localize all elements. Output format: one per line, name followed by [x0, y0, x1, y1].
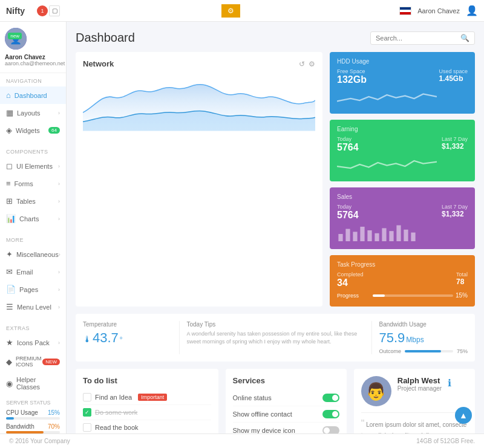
profile-role: Project manager — [397, 385, 442, 392]
svg-rect-5 — [374, 233, 379, 241]
refresh-icon[interactable]: ↺ — [299, 60, 305, 68]
service-label: Show my device icon — [233, 427, 295, 433]
task-total-label: Total — [456, 271, 468, 278]
three-col-row: To do list Find an Idea Important ✓ Do s… — [76, 369, 475, 433]
task-completed-value: 34 — [337, 278, 364, 288]
hdd-free-label: Free Space — [337, 68, 367, 74]
open-quote: " — [361, 418, 365, 429]
gear-button[interactable]: ⚙ — [221, 4, 240, 18]
svg-rect-2 — [353, 232, 357, 241]
sidebar-item-label: PREMIUM ICONS — [16, 355, 42, 368]
sidebar-item-forms[interactable]: ≡ Forms › — [0, 175, 66, 192]
earning-week-label: Last 7 Day — [442, 136, 468, 142]
todo-checkbox[interactable] — [83, 423, 91, 432]
settings-icon[interactable]: ⚙ — [309, 60, 315, 68]
services-title: Services — [233, 376, 339, 385]
cpu-progress-bar — [6, 417, 60, 420]
email-icon: ✉ — [6, 267, 13, 276]
notification-badge[interactable]: 1 — [37, 5, 48, 16]
server-status-label: Server Status — [6, 400, 60, 406]
chevron-right-icon: › — [58, 181, 60, 187]
sidebar-item-ui-elements[interactable]: ◻ UI Elements › — [0, 157, 66, 175]
dashboard-icon: ⌂ — [6, 91, 11, 100]
sidebar-item-label: Miscellaneous — [16, 251, 59, 258]
sidebar-item-misc[interactable]: ✦ Miscellaneous › — [0, 245, 66, 263]
outcome-fill — [405, 350, 441, 352]
earning-title: Earning — [337, 126, 468, 132]
sidebar-item-icons-pack[interactable]: ★ Icons Pack › — [0, 334, 66, 351]
info-icon[interactable]: ℹ — [448, 377, 451, 389]
earning-week-value: $1,332 — [442, 142, 468, 151]
outcome-percent: 75% — [457, 348, 468, 354]
hdd-values: Free Space 132Gb Used space 1.45Gb — [337, 68, 468, 85]
sidebar-item-pages[interactable]: 📄 Pages › — [0, 281, 66, 298]
chevron-right-icon: › — [58, 110, 60, 116]
page-header: Dashboard 🔍 — [76, 31, 475, 45]
nav-section-label: Navigation — [0, 73, 66, 86]
temp-value: 43.7 — [93, 330, 119, 346]
storage-info: 14GB of 512GB Free. — [416, 438, 475, 444]
network-header: Network ↺ ⚙ — [83, 59, 315, 68]
topbar: Nifty 1 ▢ ⚙ Aaron Chavez 👤 — [0, 0, 484, 22]
bandwidth-widget-label: Bandwidth Usage — [379, 321, 468, 328]
sidebar-item-label: UI Elements — [16, 163, 53, 170]
stats-column: HDD Usage Free Space 132Gb Used space 1.… — [330, 52, 475, 307]
sidebar-item-email[interactable]: ✉ Email › — [0, 263, 66, 281]
misc-icon: ✦ — [6, 250, 13, 259]
hdd-mini-chart — [337, 88, 437, 106]
svg-rect-10 — [411, 233, 415, 241]
profile-quote: " Lorem ipsum dolor sit amet, consecte t… — [361, 412, 468, 433]
todo-checkbox[interactable] — [83, 393, 91, 401]
chevron-right-icon: › — [58, 304, 60, 310]
svg-rect-7 — [389, 231, 393, 241]
todo-checkbox[interactable]: ✓ — [83, 408, 91, 417]
profile-area: 👤 new — [5, 28, 27, 52]
sidebar-item-charts[interactable]: 📊 Charts › — [0, 210, 66, 227]
icons-icon: ★ — [6, 338, 13, 347]
user-avatar-icon[interactable]: 👤 — [466, 5, 478, 16]
bandwidth-label: Bandwidth 70% — [6, 423, 60, 430]
service-row: Online status — [233, 390, 339, 406]
sidebar-item-layouts[interactable]: ▦ Layouts › — [0, 104, 66, 122]
content-area: Dashboard 🔍 Network ↺ ⚙ — [67, 22, 484, 433]
bandwidth-value: 75.9 — [379, 330, 405, 346]
sidebar-email: aaron.cha@themeon.net — [5, 60, 61, 67]
list-item: Find an Idea Important — [83, 390, 211, 405]
sidebar-item-label: Tables — [16, 198, 36, 205]
service-row: Show offline contact — [233, 406, 339, 423]
search-input[interactable] — [376, 34, 460, 42]
online-status-toggle[interactable] — [322, 394, 339, 402]
todo-text: Find an Idea — [95, 394, 132, 401]
chevron-right-icon: › — [58, 340, 60, 346]
sidebar-item-label: Dashboard — [15, 92, 47, 99]
tips-text: A wonderful serenity has taken possessio… — [187, 330, 364, 345]
toggle-knob — [332, 411, 338, 417]
device-icon-toggle[interactable] — [322, 426, 339, 433]
sales-week-label: Last 7 Day — [442, 204, 468, 210]
profile-avatar: 👨 — [361, 376, 391, 406]
sidebar-item-label: Menu Level — [17, 304, 51, 311]
extras-section-label: Extras — [0, 320, 66, 334]
widgets-badge: 64 — [48, 127, 60, 134]
bandwidth-unit: Mbps — [406, 336, 424, 344]
earn-mini-chart — [337, 155, 437, 174]
svg-rect-6 — [382, 228, 386, 241]
offline-contact-toggle[interactable] — [322, 410, 339, 418]
sidebar-item-menu-level[interactable]: ☰ Menu Level › — [0, 298, 66, 316]
scroll-top-button[interactable]: ▲ — [455, 407, 472, 424]
sidebar-item-dashboard[interactable]: ⌂ Dashboard — [0, 86, 66, 104]
todo-card: To do list Find an Idea Important ✓ Do s… — [76, 369, 218, 433]
sidebar-item-tables[interactable]: ⊞ Tables › — [0, 192, 66, 210]
language-flag[interactable] — [399, 7, 411, 15]
sidebar-item-helper[interactable]: ◉ Helper Classes — [0, 372, 66, 395]
temp-unit: ° — [120, 336, 123, 344]
hdd-card: HDD Usage Free Space 132Gb Used space 1.… — [330, 52, 475, 114]
hdd-used-label: Used space — [439, 68, 468, 74]
profile-name: Ralph West — [397, 376, 442, 385]
sidebar-item-premium-icons[interactable]: ◆ PREMIUM ICONS NEW — [0, 351, 66, 372]
todo-text: Do some work — [95, 409, 137, 416]
sidebar-item-widgets[interactable]: ◈ Widgets 64 — [0, 122, 66, 139]
search-box: 🔍 — [370, 31, 475, 45]
monitor-icon[interactable]: ▢ — [49, 5, 60, 16]
todo-text: Read the book — [95, 424, 139, 431]
